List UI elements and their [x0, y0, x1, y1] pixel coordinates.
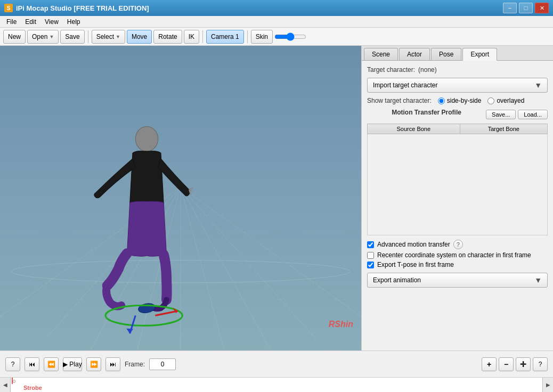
rotate-button[interactable]: Rotate	[153, 30, 182, 44]
motion-transfer-label: Motion Transfer Profile	[367, 109, 486, 116]
svg-line-9	[181, 187, 361, 317]
skip-forward-button[interactable]: ⏭	[105, 357, 120, 371]
svg-line-2	[45, 187, 181, 339]
tab-actor[interactable]: Actor	[399, 48, 430, 60]
profile-save-button[interactable]: Save...	[486, 110, 516, 119]
target-character-row: Target character: (none)	[367, 66, 548, 74]
open-button[interactable]: Open ▼	[27, 30, 59, 44]
viewport-grid	[0, 46, 361, 350]
step-back-button[interactable]: ⏪	[44, 357, 59, 371]
right-panel: Scene Actor Pose Export Target character…	[361, 46, 553, 350]
import-target-button[interactable]: Import target character ▼	[367, 78, 548, 93]
camera-button[interactable]: Camera 1	[206, 30, 244, 44]
skip-forward-icon: ⏭	[110, 361, 116, 368]
timeline-scroll-right[interactable]: ▶	[542, 378, 553, 392]
app-title: iPi Mocap Studio [FREE TRIAL EDITION]	[16, 4, 149, 12]
svg-marker-25	[126, 329, 133, 334]
open-dropdown-arrow: ▼	[49, 34, 54, 39]
export-panel: Target character: (none) Import target c…	[362, 61, 553, 350]
svg-point-21	[105, 305, 182, 325]
svg-line-3	[91, 187, 181, 350]
col-source-bone: Source Bone	[368, 124, 460, 134]
select-button[interactable]: Select ▼	[92, 30, 125, 44]
timeline-bar: ◀ 0 Strobe ▶	[0, 377, 553, 392]
step-back-icon: ⏪	[47, 361, 55, 368]
title-bar: S iPi Mocap Studio [FREE TRIAL EDITION] …	[0, 0, 553, 16]
show-target-label: Show target character:	[367, 97, 432, 104]
col-target-bone: Target Bone	[460, 124, 547, 134]
minimize-button[interactable]: −	[503, 3, 517, 13]
timeline-track[interactable]: 0 Strobe	[11, 378, 542, 392]
frame-input[interactable]	[149, 358, 176, 370]
help-right-button[interactable]: ?	[533, 357, 548, 371]
tab-bar: Scene Actor Pose Export	[362, 46, 553, 61]
tab-export[interactable]: Export	[462, 48, 497, 61]
transport-bar: ? ⏮ ⏪ ▶ Play ⏩ ⏭ Frame: + − ✛ ?	[0, 350, 553, 377]
advanced-motion-checkbox[interactable]	[367, 241, 374, 248]
main-layout: RShin Scene Actor Pose Export Target cha…	[0, 46, 553, 350]
svg-line-22	[155, 311, 177, 315]
save-button[interactable]: Save	[60, 30, 84, 44]
viewport[interactable]: RShin	[0, 46, 361, 350]
play-button[interactable]: ▶ Play	[63, 357, 82, 371]
help-left-button[interactable]: ?	[5, 357, 20, 371]
import-dropdown-arrow: ▼	[534, 81, 542, 89]
tab-scene[interactable]: Scene	[364, 48, 398, 60]
bone-table: Source Bone Target Bone	[367, 124, 548, 235]
frame-label: Frame:	[125, 361, 145, 368]
toolbar: New Open ▼ Save Select ▼ Move Rotate IK …	[0, 28, 553, 46]
close-button[interactable]: ✕	[535, 3, 549, 13]
zoom-controls: + − ✛ ?	[482, 357, 548, 371]
export-animation-button[interactable]: Export animation ▼	[367, 273, 548, 288]
svg-point-20	[137, 303, 156, 314]
radio-side-by-side[interactable]: side-by-side	[438, 97, 482, 104]
skin-button[interactable]: Skin	[251, 30, 273, 44]
timeline-scroll-left[interactable]: ◀	[0, 378, 11, 392]
advanced-motion-help[interactable]: ?	[453, 240, 463, 249]
timeline-strobe: Strobe	[23, 385, 42, 391]
menu-edit[interactable]: Edit	[21, 17, 40, 27]
new-button[interactable]: New	[3, 30, 26, 44]
toolbar-separator-1	[88, 30, 88, 43]
export-dropdown-arrow: ▼	[534, 276, 542, 284]
menu-help[interactable]: Help	[63, 17, 85, 27]
svg-line-7	[181, 187, 271, 350]
skin-slider[interactable]	[274, 31, 306, 42]
svg-line-8	[181, 187, 316, 339]
recenter-checkbox[interactable]	[367, 252, 374, 259]
target-character-value: (none)	[418, 66, 437, 74]
show-target-row: Show target character: side-by-side over…	[367, 97, 548, 104]
app-icon: S	[4, 4, 13, 12]
svg-point-19	[135, 126, 158, 151]
tpose-row: Export T-pose in first frame	[367, 261, 548, 268]
target-character-label: Target character:	[367, 66, 415, 74]
tpose-label: Export T-pose in first frame	[377, 261, 454, 268]
svg-line-4	[135, 187, 181, 350]
table-row	[368, 134, 548, 235]
zoom-minus-button[interactable]: −	[499, 357, 514, 371]
step-forward-icon: ⏩	[90, 361, 98, 368]
svg-line-1	[0, 187, 181, 317]
menu-file[interactable]: File	[2, 17, 21, 27]
recenter-row: Recenter coordinate system on character …	[367, 251, 548, 259]
move-button[interactable]: Move	[127, 30, 152, 44]
maximize-button[interactable]: □	[519, 3, 533, 13]
zoom-fit-button[interactable]: ✛	[516, 357, 531, 371]
play-icon: ▶	[63, 361, 68, 368]
menu-view[interactable]: View	[40, 17, 63, 27]
timeline-playhead	[12, 378, 13, 384]
toolbar-separator-2	[202, 30, 203, 43]
profile-load-button[interactable]: Load...	[518, 110, 548, 119]
zoom-plus-button[interactable]: +	[482, 357, 497, 371]
svg-point-0	[11, 260, 350, 283]
viewport-watermark: RShin	[329, 320, 353, 329]
radio-overlayed[interactable]: overlayed	[487, 97, 524, 104]
svg-line-6	[181, 187, 226, 350]
tpose-checkbox[interactable]	[367, 262, 374, 268]
ik-button[interactable]: IK	[184, 30, 199, 44]
svg-marker-23	[173, 308, 178, 314]
skip-back-button[interactable]: ⏮	[25, 357, 39, 371]
step-forward-button[interactable]: ⏩	[86, 357, 101, 371]
skip-back-icon: ⏮	[29, 361, 35, 368]
tab-pose[interactable]: Pose	[431, 48, 461, 60]
